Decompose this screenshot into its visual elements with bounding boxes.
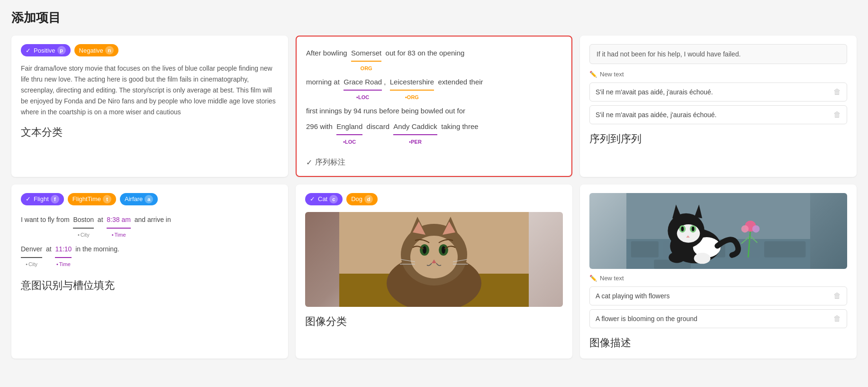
img-trash-icon-1[interactable]: 🗑 (833, 292, 841, 300)
kitten-image (589, 193, 847, 269)
ner-andy-caddick: Andy Caddick •PER (393, 119, 437, 147)
svg-point-34 (692, 226, 695, 231)
tag-positive-label: Positive (34, 47, 55, 54)
img-trash-icon-2[interactable]: 🗑 (833, 314, 841, 323)
slot-time2-word: 11:10 (55, 241, 72, 258)
img-tag-row: ✓ Cat c Dog d (305, 193, 563, 205)
svg-point-42 (741, 225, 749, 232)
tag-negative[interactable]: Negative n (74, 44, 118, 56)
svg-point-43 (752, 225, 760, 232)
ner-england-word: England (336, 119, 362, 135)
tag-negative-letter: n (105, 46, 114, 55)
pencil-icon: ✏️ (589, 71, 597, 78)
image-description-title: 图像描述 (589, 336, 847, 350)
tag-dog-letter: d (364, 195, 373, 203)
slot-denver-label: City (26, 258, 37, 270)
translation-item-1[interactable]: S'il ne m'avait pas aidé, j'aurais échou… (589, 83, 847, 101)
slot-sentence-1: I want to fly from Boston City at 8:38 a… (21, 212, 279, 241)
ner-grace-road-word: Grace Road (344, 74, 382, 91)
img-desc-text-2: A flower is blooming on the ground (596, 315, 697, 322)
check-seq-icon: ✓ (306, 158, 312, 167)
slot-filling-title: 意图识别与槽位填充 (21, 278, 279, 293)
ner-grace-road-label: •LOC (356, 92, 369, 103)
seq-label: ✓ 序列标注 (306, 157, 562, 167)
slot-boston-label: City (78, 229, 90, 241)
ner-sentence-3: first innings by 94 runs before being bo… (306, 103, 562, 119)
trash-icon-1[interactable]: 🗑 (833, 88, 841, 96)
img-pencil-icon: ✏️ (589, 275, 597, 282)
ner-card: After bowling Somerset ORG out for 83 on… (296, 36, 572, 177)
slot-text-body: I want to fly from Boston City at 8:38 a… (21, 212, 279, 271)
tag-flighttime-letter: t (103, 195, 111, 203)
tag-flight-letter: f (51, 195, 59, 203)
ner-andy-caddick-word: Andy Caddick (393, 119, 437, 135)
ner-sentence-2: morning at Grace Road •LOC , Leicestersh… (306, 74, 562, 103)
text-classification-card: ✓ Positive p Negative n Fair drama/love … (11, 36, 288, 177)
svg-point-38 (669, 252, 685, 263)
ner-leicestershire-word: Leicestershire (390, 74, 434, 91)
tag-flighttime[interactable]: FlightTime t (68, 193, 116, 205)
seq-label-text: 序列标注 (315, 157, 345, 167)
translation-item-2[interactable]: S'il ne m'avait pas aidée, j'aurais écho… (589, 105, 847, 124)
image-description-card: ✏️ New text A cat playing with flowers 🗑… (580, 184, 857, 359)
svg-point-33 (681, 226, 684, 231)
tag-flight-label: Flight (34, 195, 49, 203)
ner-somerset-label: ORG (361, 63, 372, 74)
seq2seq-input-text: If it had not been for his help, I would… (589, 44, 847, 64)
trash-icon-2[interactable]: 🗑 (833, 111, 841, 119)
translation-text-2: S'il ne m'avait pas aidée, j'aurais écho… (596, 111, 717, 119)
svg-point-39 (694, 253, 711, 264)
img-desc-item-2[interactable]: A flower is blooming on the ground 🗑 (589, 309, 847, 328)
ner-somerset-word: Somerset (351, 45, 381, 62)
ner-sentence-4: 296 with England •LOC discard Andy Caddi… (306, 119, 562, 147)
image-classification-title: 图像分类 (305, 314, 563, 329)
tag-airfare[interactable]: Airfare a (120, 193, 158, 205)
image-classification-card: ✓ Cat c Dog d (296, 184, 572, 359)
tag-cat[interactable]: ✓ Cat c (305, 193, 343, 205)
img-new-text-label-text: New text (600, 275, 624, 282)
img-desc-item-1[interactable]: A cat playing with flowers 🗑 (589, 286, 847, 305)
tag-flight[interactable]: ✓ Flight f (21, 193, 64, 205)
slot-time1-label: Time (112, 229, 126, 241)
svg-point-4 (410, 236, 458, 278)
check-icon: ✓ (26, 47, 31, 54)
img-new-text-label: ✏️ New text (589, 275, 847, 282)
ner-leicestershire-label: •ORG (405, 92, 419, 103)
review-text: Fair drama/love story movie that focuses… (21, 63, 279, 118)
slot-sentence-2: Denver City at 11:10 Time in the morning… (21, 241, 279, 271)
new-text-label-text: New text (600, 71, 624, 78)
slot-boston: Boston City (73, 212, 94, 241)
slot-filling-card: ✓ Flight f FlightTime t Airfare a I want… (11, 184, 288, 359)
svg-rect-24 (764, 241, 805, 257)
tag-airfare-letter: a (145, 195, 153, 203)
svg-rect-20 (631, 241, 659, 257)
svg-point-8 (442, 246, 445, 254)
slot-time2-label: Time (56, 258, 71, 270)
ner-leicestershire: Leicestershire •ORG (390, 74, 434, 103)
tag-cat-letter: c (329, 195, 338, 203)
tag-dog[interactable]: Dog d (346, 193, 378, 205)
ner-somerset: Somerset ORG (351, 45, 381, 74)
ner-england-label: •LOC (343, 136, 356, 147)
svg-rect-25 (626, 259, 649, 268)
slot-time1: 8:38 am Time (107, 212, 131, 241)
main-grid: ✓ Positive p Negative n Fair drama/love … (11, 36, 857, 359)
img-desc-text-1: A cat playing with flowers (596, 292, 669, 300)
slot-time2: 11:10 Time (55, 241, 72, 271)
slot-boston-word: Boston (73, 212, 94, 229)
translation-text-1: S'il ne m'avait pas aidé, j'aurais échou… (596, 88, 713, 96)
ner-andy-caddick-label: •PER (409, 136, 421, 147)
slot-denver: Denver City (21, 241, 42, 271)
text-classification-title: 文本分类 (21, 125, 279, 139)
tag-positive[interactable]: ✓ Positive p (21, 44, 71, 56)
slot-tag-row: ✓ Flight f FlightTime t Airfare a (21, 193, 279, 205)
seq2seq-title: 序列到序列 (589, 132, 847, 146)
tag-airfare-label: Airfare (125, 195, 143, 203)
seq2seq-card: If it had not been for his help, I would… (580, 36, 857, 177)
tag-row: ✓ Positive p Negative n (21, 44, 279, 56)
svg-point-7 (423, 246, 426, 254)
flight-check-icon: ✓ (26, 195, 31, 203)
tag-negative-label: Negative (79, 47, 103, 54)
cat-image (305, 212, 563, 307)
page-title: 添加项目 (11, 9, 857, 26)
